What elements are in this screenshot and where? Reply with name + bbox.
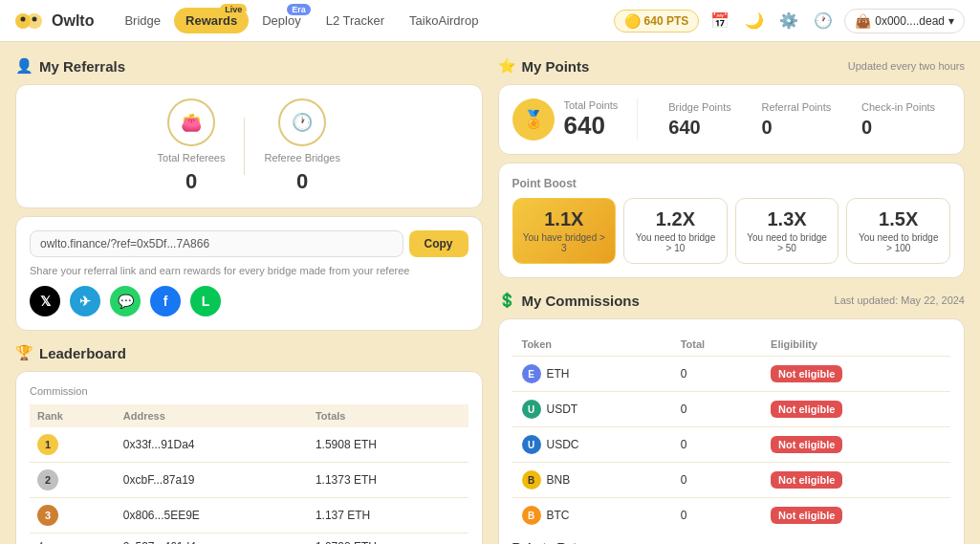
facebook-share-icon[interactable]: f [150,286,181,316]
rebate-rate-label: Rebate Rate [512,533,951,544]
logo-text: Owlto [52,12,94,30]
referee-bridges-stat: 🕐 Referee Bridges 0 [264,98,340,194]
boost-multiplier: 1.1X [521,208,608,230]
totals-cell: 1.137 ETH [308,498,468,533]
svg-point-3 [33,16,37,21]
total-points-label: Total Points [564,99,619,111]
token-cell: E ETH [512,357,671,392]
boost-card-item: 1.3X You need to bridge > 50 [735,198,839,264]
pts-badge: 🟡 640 PTS [614,10,700,33]
commissions-card: Token Total Eligibility E ETH 0 Not elig… [498,318,966,544]
totals-cell: 1.5908 ETH [308,427,468,463]
clock-icon[interactable]: 🕐 [810,8,837,34]
boost-card-item: 1.2X You need to bridge > 10 [623,198,728,264]
commissions-section-header: 💲 My Commissions Last updated: May 22, 2… [498,292,966,309]
boost-description: You need to bridge > 50 [744,232,831,253]
boost-title: Point Boost [512,177,951,190]
token-icon: U [522,400,541,419]
address-col-header: Address [116,404,308,427]
totals-col-header: Totals [308,404,468,427]
right-column: ⭐ My Points Updated every two hours 🏅 To… [498,57,966,544]
totals-cell: 1.1373 ETH [308,463,468,498]
rank-cell: 1 [30,427,116,463]
nav-rewards[interactable]: Rewards Live [174,8,249,33]
token-icon: B [522,506,541,525]
boost-cards-row: 1.1X You have bridged > 3 1.2X You need … [512,198,951,264]
token-icon: E [522,364,541,383]
commission-label: Commission [30,385,468,397]
nav-bridge[interactable]: Bridge [113,8,172,33]
address-cell: 0x33f...91Da4 [116,427,308,463]
leaderboard-card: Commission Rank Address Totals 1 0x33f..… [15,371,483,544]
logo-icon [15,11,46,31]
main-content: 👤 My Referrals 👛 Total Referees 0 🕐 Refe… [0,42,980,544]
table-row: 1 0x33f...91Da4 1.5908 ETH [30,427,468,463]
token-cell: U USDC [512,427,671,463]
telegram-share-icon[interactable]: ✈ [70,286,100,316]
total-referees-value: 0 [185,169,197,194]
address-cell: 0xcbF...87a19 [116,463,308,498]
referral-link-input[interactable] [30,230,403,257]
left-column: 👤 My Referrals 👛 Total Referees 0 🕐 Refe… [15,57,483,544]
rank-cell: 2 [30,463,116,498]
total-cell: 0 [671,463,761,498]
points-main: 🏅 Total Points 640 [512,98,639,141]
rank-badge: 1 [37,434,58,455]
svg-point-2 [21,16,26,21]
table-row: 3 0x806...5EE9E 1.137 ETH [30,498,468,533]
referee-bridges-label: Referee Bridges [264,152,340,163]
theme-icon[interactable]: 🌙 [741,8,768,34]
table-row: E ETH 0 Not eligible [512,357,951,392]
table-row: U USDT 0 Not eligible [512,392,951,427]
boost-card-item: 1.1X You have bridged > 3 [512,198,617,264]
nav-l2tracker[interactable]: L2 Tracker [315,8,396,33]
navbar: Owlto Bridge Rewards Live Deploy Era L2 … [0,0,980,42]
totals-cell: 1.0728 ETH [308,533,468,545]
token-name: USDT [547,403,578,416]
twitter-share-icon[interactable]: 𝕏 [30,286,60,316]
total-referees-label: Total Referees [158,152,226,163]
calendar-icon[interactable]: 📅 [707,8,733,34]
rank-cell: 3 [30,498,116,533]
total-cell: 0 [671,498,761,533]
rewards-badge: Live [220,4,247,15]
nav-deploy[interactable]: Deploy Era [250,8,312,33]
not-eligible-badge: Not eligible [771,436,842,453]
social-icons-row: 𝕏 ✈ 💬 f L [30,286,468,316]
referrals-section-title: 👤 My Referrals [15,57,483,75]
token-name: BTC [547,509,570,522]
points-card: 🏅 Total Points 640 Bridge Points 640 Ref… [498,84,966,155]
referrals-stats-card: 👛 Total Referees 0 🕐 Referee Bridges 0 [15,84,483,208]
not-eligible-badge: Not eligible [771,365,842,382]
line-share-icon[interactable]: L [190,286,221,316]
wallet-address: 0x000....dead [875,14,945,28]
pts-value: 640 PTS [644,14,689,28]
boost-multiplier: 1.3X [744,208,831,230]
settings-icon[interactable]: ⚙️ [775,8,802,34]
logo[interactable]: Owlto [15,11,94,31]
total-col-header: Total [671,333,761,357]
copy-button[interactable]: Copy [409,230,468,257]
total-referees-stat: 👛 Total Referees 0 [158,98,226,194]
whatsapp-share-icon[interactable]: 💬 [110,286,141,316]
commissions-updated-text: Last updated: May 22, 2024 [835,294,965,306]
bridge-points-item: Bridge Points 640 [668,101,730,139]
table-row: U USDC 0 Not eligible [512,427,951,463]
table-row: B BNB 0 Not eligible [512,463,951,498]
dollar-icon: 💲 [498,292,516,309]
token-icon: B [522,470,541,490]
stat-divider [244,118,245,175]
boost-description: You have bridged > 3 [521,232,608,253]
token-col-header: Token [512,333,671,357]
star-icon: ⭐ [498,57,516,75]
nav-taikoairdrop[interactable]: TaikoAirdrop [398,8,490,33]
referral-link-card: Copy Share your referral link and earn r… [15,216,483,331]
eligibility-cell: Not eligible [761,463,950,498]
leaderboard-table: Rank Address Totals 1 0x33f...91Da4 1.59… [30,404,468,544]
eligibility-col-header: Eligibility [761,333,950,357]
wallet-button[interactable]: 👜 0x000....dead ▾ [844,9,965,33]
rank-number: 4 [37,540,44,544]
table-row: 2 0xcbF...87a19 1.1373 ETH [30,463,468,498]
referral-points-item: Referral Points 0 [761,101,831,139]
token-cell: B BNB [512,463,671,498]
